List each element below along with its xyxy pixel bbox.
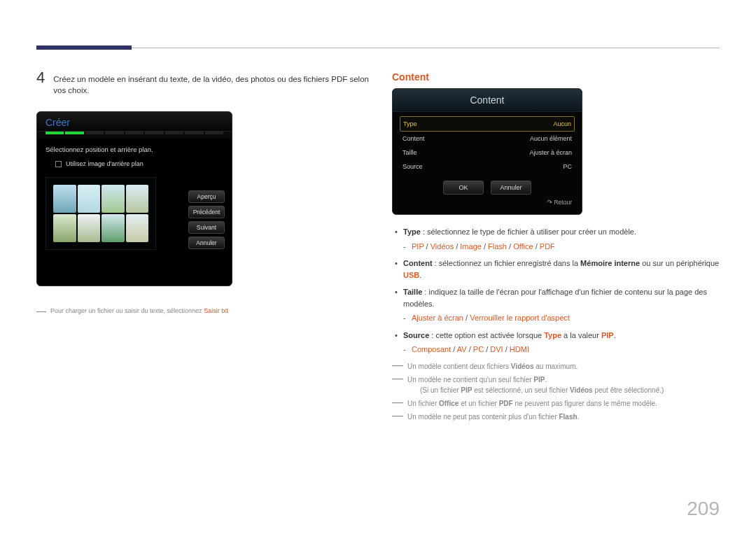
sub-taille-values: Ajuster à écran / Verrouiller le rapport… xyxy=(403,312,721,324)
footnote-text: Pour charger un fichier ou saisir du tex… xyxy=(50,307,204,314)
creer-instruction: Sélectionnez position et arrière plan. xyxy=(46,146,223,153)
type-label: Type xyxy=(403,120,417,127)
right-column: Content Content Type Aucun Content Aucun… xyxy=(392,69,721,425)
content-panel-title: Content xyxy=(393,89,582,112)
thumbnail-grid[interactable] xyxy=(46,177,156,250)
step-text: Créez un modèle en insérant du texte, de… xyxy=(53,73,370,96)
retour-row[interactable]: ↶Retour xyxy=(400,195,575,207)
creer-title: Créer xyxy=(37,112,232,132)
return-icon: ↶ xyxy=(547,199,552,206)
left-column: 4 Créez un modèle en insérant du texte, … xyxy=(36,69,370,314)
footnote-highlight: Saisir txt xyxy=(204,307,228,314)
header-divider xyxy=(36,48,720,48)
bullet-taille: Taille : indiquez la taille de l'écran p… xyxy=(392,286,721,324)
annuler-button[interactable]: Annuler xyxy=(188,237,225,249)
content-panel: Content Type Aucun Content Aucun élément… xyxy=(392,88,582,215)
step-4: 4 Créez un modèle en insérant du texte, … xyxy=(36,69,370,96)
left-footnote: ― Pour charger un fichier ou saisir du t… xyxy=(36,307,370,314)
suivant-button[interactable]: Suivant xyxy=(188,221,225,234)
bullet-source: Source : cette option est activée lorsqu… xyxy=(392,330,721,356)
page-number: 209 xyxy=(687,498,720,520)
row-taille[interactable]: Taille Ajuster à écran xyxy=(400,146,575,160)
taille-value: Ajuster à écran xyxy=(529,149,572,156)
bullet-type: Type : sélectionnez le type de fichier à… xyxy=(392,226,721,252)
content-value: Aucun élément xyxy=(530,135,572,142)
progress-bar xyxy=(37,132,232,139)
note-4: ―Un modèle ne peut pas contenir plus d'u… xyxy=(392,412,721,422)
note-1: ―Un modèle contient deux fichiers Vidéos… xyxy=(392,361,721,372)
sub-source-values: Composant / AV / PC / DVI / HDMI xyxy=(403,344,721,356)
note-3: ―Un fichier Office et un fichier PDF ne … xyxy=(392,398,721,409)
creer-panel: Créer Sélectionnez position et arrière p… xyxy=(36,111,232,286)
bullet-content: Content : sélectionnez un fichier enregi… xyxy=(392,258,721,281)
sub-type-values: PIP / Vidéos / Image / Flash / Office / … xyxy=(403,241,721,253)
annuler-content-button[interactable]: Annuler xyxy=(491,181,531,195)
note-2: ―Un modèle ne contient qu'un seul fichie… xyxy=(392,374,721,395)
source-label: Source xyxy=(402,163,423,170)
row-content[interactable]: Content Aucun élément xyxy=(400,132,575,146)
row-source[interactable]: Source PC xyxy=(400,160,575,174)
taille-label: Taille xyxy=(402,149,417,156)
precedent-button[interactable]: Précédent xyxy=(188,206,225,218)
notes-block: ―Un modèle contient deux fichiers Vidéos… xyxy=(392,361,721,422)
bg-image-label: Utilisez image d'arrière plan xyxy=(66,160,144,167)
step-number: 4 xyxy=(36,69,45,87)
apercu-button[interactable]: Aperçu xyxy=(188,190,225,203)
type-value: Aucun xyxy=(553,120,571,127)
content-heading: Content xyxy=(392,71,721,83)
retour-label: Retour xyxy=(554,199,572,206)
content-label: Content xyxy=(402,135,425,142)
ok-button[interactable]: OK xyxy=(443,181,484,195)
bullet-list: Type : sélectionnez le type de fichier à… xyxy=(392,226,721,356)
bg-image-checkbox[interactable] xyxy=(55,161,62,167)
row-type[interactable]: Type Aucun xyxy=(400,116,575,132)
source-value: PC xyxy=(563,163,572,170)
